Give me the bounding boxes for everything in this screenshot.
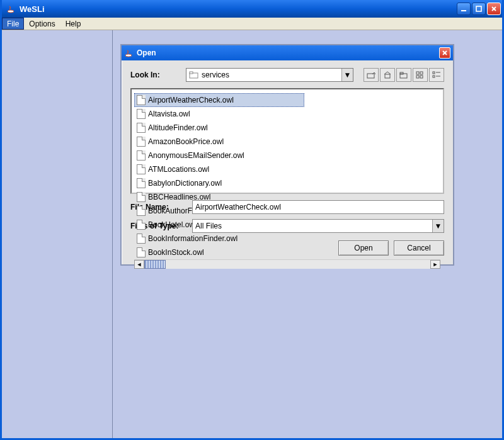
document-icon — [137, 123, 146, 133]
file-name: BookInStock.owl — [148, 248, 204, 257]
file-type-value: All Files — [195, 222, 222, 230]
dialog-titlebar: Open — [122, 45, 453, 60]
document-icon — [137, 109, 146, 119]
menu-file[interactable]: File — [2, 18, 24, 30]
scroll-right-button[interactable]: ► — [430, 260, 440, 269]
file-name: AnonymousEMailSender.owl — [148, 151, 244, 160]
file-item[interactable]: ATMLocations.owl — [134, 162, 304, 176]
file-list-panel: AirportWeatherCheck.owl Altavista.owl Al… — [130, 88, 444, 194]
svg-point-0 — [8, 10, 14, 13]
window-controls — [457, 3, 501, 15]
cancel-button[interactable]: Cancel — [394, 240, 444, 256]
svg-rect-10 — [367, 74, 374, 78]
file-name: AmazonBookPrice.owl — [148, 137, 224, 146]
svg-rect-11 — [385, 74, 390, 78]
document-icon — [137, 247, 146, 257]
svg-point-5 — [125, 54, 132, 57]
dialog-body: Look In: services ▼ — [122, 60, 453, 264]
document-icon — [137, 206, 146, 216]
svg-rect-16 — [416, 76, 419, 78]
file-item[interactable]: AltitudeFinder.owl — [134, 121, 304, 135]
svg-rect-15 — [420, 72, 423, 74]
svg-rect-9 — [190, 72, 193, 74]
minimize-button[interactable] — [457, 3, 471, 15]
file-item[interactable]: BabylonDictionary.owl — [134, 176, 304, 190]
file-item[interactable]: BookInStock.owl — [134, 245, 304, 259]
scroll-track[interactable] — [144, 260, 430, 269]
java-cup-icon — [6, 4, 16, 14]
svg-rect-17 — [420, 76, 423, 78]
maximize-button[interactable] — [472, 3, 486, 15]
chevron-down-icon[interactable]: ▼ — [341, 69, 353, 81]
window-titlebar: WeSLi — [2, 0, 502, 18]
chevron-down-icon[interactable]: ▼ — [432, 220, 444, 232]
look-in-value: services — [202, 71, 341, 79]
java-cup-icon — [124, 48, 133, 57]
file-name: BabylonDictionary.owl — [148, 179, 222, 188]
document-icon — [137, 164, 146, 174]
svg-rect-2 — [476, 6, 481, 11]
menu-bar: File Options Help Load Open Save — [2, 18, 502, 30]
dialog-close-button[interactable] — [439, 47, 450, 59]
new-folder-button[interactable] — [396, 68, 411, 82]
file-item[interactable]: BookInformationFinder.owl — [134, 232, 304, 245]
file-item[interactable]: AnonymousEMailSender.owl — [134, 149, 304, 162]
document-icon — [137, 137, 146, 147]
horizontal-scrollbar[interactable]: ◄ ► — [134, 259, 440, 269]
details-view-button[interactable] — [429, 68, 444, 82]
document-icon — [137, 192, 146, 202]
open-button[interactable]: Open — [338, 240, 389, 256]
document-icon — [137, 234, 146, 244]
list-view-button[interactable] — [413, 68, 428, 82]
scroll-left-button[interactable]: ◄ — [134, 260, 144, 269]
file-name: AirportWeatherCheck.owl — [148, 96, 234, 104]
file-name: Altavista.owl — [148, 110, 190, 118]
window-title: WeSLi — [20, 4, 457, 14]
document-icon — [137, 150, 146, 161]
file-name: BookInformationFinder.owl — [148, 234, 238, 243]
document-icon — [137, 95, 146, 105]
file-type-combo[interactable]: All Files ▼ — [192, 219, 444, 233]
file-name: ATMLocations.owl — [148, 165, 209, 174]
home-button[interactable] — [380, 68, 395, 82]
document-icon — [137, 178, 146, 188]
file-name-input[interactable] — [192, 200, 444, 214]
svg-rect-14 — [416, 72, 419, 74]
folder-icon — [189, 71, 199, 79]
app-window: WeSLi File Options Help Load Open Save O… — [0, 0, 504, 440]
close-button[interactable] — [487, 3, 501, 15]
svg-rect-20 — [433, 76, 435, 77]
look-in-label: Look In: — [130, 71, 181, 79]
dialog-toolbar — [364, 68, 444, 82]
file-item[interactable]: AmazonBookPrice.owl — [134, 135, 304, 149]
file-item[interactable]: AirportWeatherCheck.owl — [134, 93, 304, 107]
scroll-thumb[interactable] — [144, 260, 166, 269]
file-item[interactable]: Altavista.owl — [134, 107, 304, 121]
look-in-combo[interactable]: services ▼ — [186, 68, 353, 82]
up-folder-button[interactable] — [364, 68, 379, 82]
open-dialog: Open Look In: services ▼ — [120, 44, 454, 266]
menu-help[interactable]: Help — [60, 18, 86, 30]
file-name: AltitudeFinder.owl — [148, 123, 208, 132]
file-list: AirportWeatherCheck.owl Altavista.owl Al… — [134, 93, 440, 259]
svg-rect-1 — [461, 10, 466, 11]
menu-options[interactable]: Options — [24, 18, 60, 30]
split-divider[interactable] — [112, 30, 113, 438]
document-icon — [137, 220, 146, 230]
dialog-title: Open — [137, 48, 156, 57]
svg-rect-18 — [433, 72, 435, 74]
